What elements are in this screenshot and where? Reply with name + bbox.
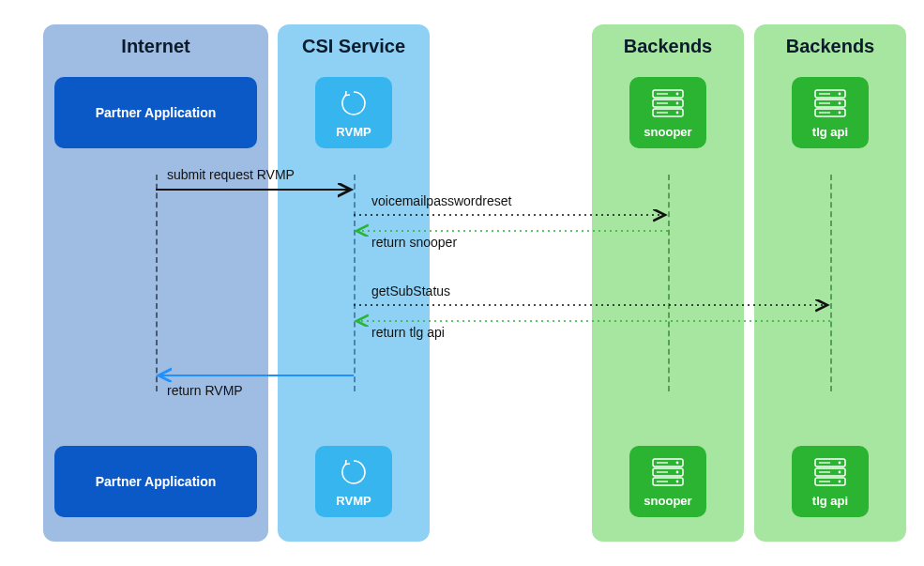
refresh-icon — [338, 456, 370, 488]
svg-point-12 — [676, 461, 679, 464]
svg-point-14 — [676, 480, 679, 482]
server-icon — [811, 456, 849, 488]
msg-submit-request: submit request RVMP — [167, 167, 295, 182]
msg-get-sub-status: getSubStatus — [371, 283, 450, 298]
refresh-icon — [338, 87, 370, 119]
node-tlg-api-top: tlg api — [792, 77, 869, 148]
svg-point-3 — [676, 92, 679, 95]
node-partner-application-top: Partner Application — [54, 77, 257, 148]
lane-title-internet: Internet — [43, 24, 268, 57]
lifeline-backends-2 — [830, 175, 832, 391]
node-partner-application-bottom: Partner Application — [54, 446, 257, 517]
lane-internet: Internet Partner Application Partner App… — [43, 24, 268, 542]
node-label: tlg api — [812, 494, 848, 508]
server-icon — [649, 87, 687, 119]
svg-point-30 — [839, 461, 841, 464]
svg-point-13 — [676, 470, 679, 473]
lane-backends-2: Backends tlg api — [754, 24, 906, 542]
svg-point-31 — [839, 470, 841, 473]
node-label: Partner Application — [96, 474, 217, 489]
lifeline-backends-1 — [668, 175, 670, 391]
lane-backends-1: Backends snooper — [592, 24, 744, 542]
svg-point-23 — [839, 111, 841, 114]
node-snooper-top: snooper — [629, 77, 706, 148]
node-label: snooper — [644, 494, 691, 508]
svg-point-21 — [839, 92, 841, 95]
server-icon — [811, 87, 849, 119]
msg-return-rvmp: return RVMP — [167, 383, 243, 398]
lifeline-csi — [354, 175, 356, 391]
lane-title-backends-1: Backends — [592, 24, 744, 57]
node-label: snooper — [644, 125, 691, 139]
msg-return-tlg: return tlg api — [371, 325, 445, 340]
node-snooper-bottom: snooper — [629, 446, 706, 517]
node-label: tlg api — [812, 125, 848, 139]
svg-point-32 — [839, 480, 841, 482]
node-rvmp-top: RVMP — [315, 77, 392, 148]
node-label: RVMP — [336, 125, 371, 139]
server-icon — [649, 456, 687, 488]
svg-point-22 — [839, 101, 841, 104]
diagram-frame: Internet Partner Application Partner App… — [6, 6, 918, 560]
lane-title-backends-2: Backends — [754, 24, 906, 57]
msg-return-snooper: return snooper — [371, 235, 457, 250]
node-label: RVMP — [336, 494, 371, 508]
lifeline-internet — [156, 175, 158, 391]
svg-point-5 — [676, 111, 679, 114]
lane-title-csi: CSI Service — [278, 24, 430, 57]
msg-vm-reset: voicemailpasswordreset — [371, 193, 511, 208]
svg-point-4 — [676, 101, 679, 104]
node-label: Partner Application — [96, 105, 217, 120]
node-rvmp-bottom: RVMP — [315, 446, 392, 517]
node-tlg-api-bottom: tlg api — [792, 446, 869, 517]
